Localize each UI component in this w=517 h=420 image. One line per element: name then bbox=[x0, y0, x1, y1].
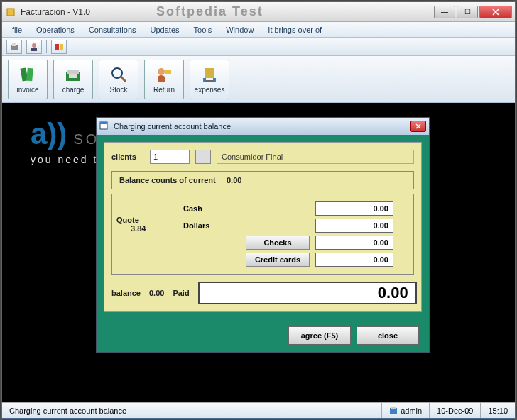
minimize-button[interactable]: — bbox=[434, 6, 455, 18]
svg-point-12 bbox=[112, 68, 122, 78]
paid-label: Paid bbox=[173, 289, 189, 297]
clients-lookup-button[interactable]: ⋯ bbox=[195, 150, 211, 164]
svg-rect-10 bbox=[67, 70, 79, 74]
expenses-button[interactable]: expenses bbox=[190, 60, 229, 99]
return-label: Return bbox=[153, 86, 175, 94]
close-button[interactable] bbox=[479, 6, 512, 18]
return-button[interactable]: Return bbox=[144, 60, 184, 99]
menu-window[interactable]: Window bbox=[219, 23, 261, 36]
svg-point-14 bbox=[158, 68, 165, 75]
menu-operations[interactable]: Operations bbox=[29, 23, 82, 36]
svg-point-3 bbox=[32, 43, 36, 48]
svg-rect-5 bbox=[55, 44, 59, 50]
status-message: Charging current account balance bbox=[2, 403, 381, 418]
content-area: a)) SOFTPEDIA you need th Charging curre… bbox=[2, 103, 515, 402]
return-icon bbox=[154, 65, 174, 84]
user-icon[interactable] bbox=[26, 40, 42, 54]
app-icon bbox=[5, 6, 16, 18]
dialog-titlebar: Charging current account balance bbox=[97, 118, 429, 135]
user-icon-small bbox=[389, 406, 398, 416]
status-bar: Charging current account balance admin 1… bbox=[2, 402, 515, 418]
titlebar: Facturación - V1.0 Softpedia Test — ☐ bbox=[2, 2, 515, 22]
quote-value: 3.84 bbox=[131, 224, 146, 233]
main-window: Facturación - V1.0 Softpedia Test — ☐ fi… bbox=[1, 1, 516, 419]
dialog-title: Charging current account balance bbox=[114, 122, 410, 131]
quote-block: Quote 3.84 bbox=[116, 216, 146, 233]
expenses-icon bbox=[200, 65, 219, 84]
balance-value: 0.00 bbox=[149, 289, 164, 297]
maximize-button[interactable]: ☐ bbox=[457, 6, 478, 18]
balance-counts-label: Balance counts of current bbox=[119, 176, 216, 184]
charge-label: charge bbox=[62, 86, 85, 94]
dollars-input[interactable] bbox=[315, 219, 393, 233]
dialog-close-btn[interactable]: close bbox=[357, 326, 419, 345]
window-controls: — ☐ bbox=[434, 6, 512, 18]
svg-rect-11 bbox=[69, 74, 77, 78]
svg-rect-6 bbox=[60, 44, 63, 50]
small-toolbar bbox=[2, 38, 515, 56]
cash-label: Cash bbox=[183, 204, 240, 213]
payment-group: Quote 3.84 Cash Dollars bbox=[111, 194, 414, 275]
dialog-close-button[interactable] bbox=[410, 121, 426, 132]
stock-label: Stock bbox=[109, 86, 127, 94]
invoice-icon bbox=[18, 65, 38, 84]
svg-rect-2 bbox=[12, 43, 16, 46]
agree-button[interactable]: agree (F5) bbox=[288, 326, 351, 345]
stock-button[interactable]: Stock bbox=[99, 60, 138, 99]
dialog-body: clients ⋯ Consumidor Final Balance count… bbox=[97, 135, 429, 319]
menu-file[interactable]: file bbox=[5, 23, 29, 36]
status-date: 10-Dec-09 bbox=[429, 403, 480, 418]
client-name-display: Consumidor Final bbox=[217, 150, 414, 164]
checks-button[interactable]: Checks bbox=[246, 236, 310, 250]
clients-input[interactable] bbox=[150, 150, 190, 164]
status-user-cell: admin bbox=[381, 403, 429, 418]
stock-icon bbox=[109, 65, 129, 84]
svg-rect-23 bbox=[391, 407, 396, 409]
dialog-icon bbox=[99, 121, 109, 131]
menu-brings-over[interactable]: It brings over of bbox=[261, 23, 329, 36]
window-title: Facturación - V1.0 bbox=[21, 7, 434, 17]
paid-row: balance 0.00 Paid bbox=[111, 282, 414, 304]
balance-counts-group: Balance counts of current 0.00 bbox=[111, 171, 414, 189]
svg-line-13 bbox=[121, 77, 126, 82]
expenses-label: expenses bbox=[195, 86, 225, 94]
main-toolbar: invoice charge Stock Return expenses bbox=[2, 56, 515, 103]
clients-row: clients ⋯ Consumidor Final bbox=[111, 150, 414, 164]
svg-rect-16 bbox=[205, 68, 214, 78]
charging-dialog: Charging current account balance clients… bbox=[96, 117, 430, 353]
charge-button[interactable]: charge bbox=[53, 60, 93, 99]
menu-consultations[interactable]: Consultations bbox=[82, 23, 143, 36]
dialog-buttons: agree (F5) close bbox=[97, 319, 429, 352]
balance-counts-value: 0.00 bbox=[227, 176, 241, 184]
menu-bar: file Operations Consultations Updates To… bbox=[2, 22, 515, 38]
quote-label: Quote bbox=[116, 216, 146, 224]
print-icon[interactable] bbox=[6, 40, 22, 54]
charge-icon bbox=[63, 65, 83, 84]
invoice-label: invoice bbox=[16, 86, 38, 94]
checks-input[interactable] bbox=[315, 236, 393, 250]
menu-tools[interactable]: Tools bbox=[187, 23, 219, 36]
status-time: 15:10 bbox=[480, 403, 515, 418]
svg-rect-8 bbox=[26, 68, 33, 82]
clients-label: clients bbox=[111, 153, 144, 161]
dollars-label: Dollars bbox=[183, 221, 240, 230]
logo-arcs: a)) bbox=[31, 117, 67, 150]
paid-input[interactable] bbox=[198, 282, 417, 304]
cash-input[interactable] bbox=[315, 201, 393, 216]
status-user: admin bbox=[401, 407, 422, 415]
module-icon[interactable] bbox=[51, 40, 67, 54]
menu-updates[interactable]: Updates bbox=[143, 23, 187, 36]
balance-label: balance bbox=[111, 289, 141, 297]
credit-cards-button[interactable]: Credit cards bbox=[246, 253, 310, 267]
invoice-button[interactable]: invoice bbox=[8, 60, 48, 99]
dialog-panel: clients ⋯ Consumidor Final Balance count… bbox=[104, 142, 422, 312]
svg-rect-0 bbox=[7, 9, 14, 16]
svg-rect-15 bbox=[165, 70, 171, 74]
svg-rect-4 bbox=[31, 48, 37, 51]
svg-rect-21 bbox=[100, 122, 107, 124]
credit-cards-input[interactable] bbox=[315, 253, 393, 267]
